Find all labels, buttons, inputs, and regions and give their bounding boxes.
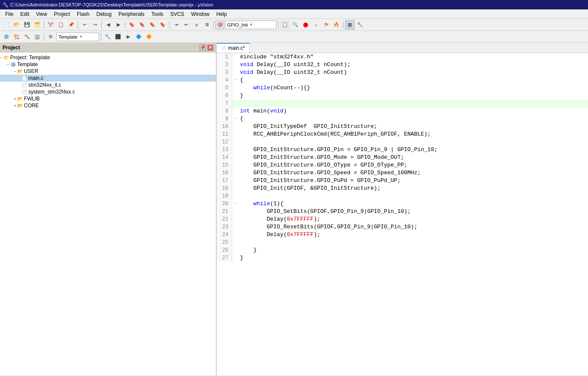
tb-dbg2[interactable]: 🔍	[291, 20, 300, 30]
line-number: 14	[217, 154, 232, 161]
panel-close-button[interactable]: ✕	[207, 45, 213, 51]
tree-item-user[interactable]: − 📂 USER	[0, 68, 216, 75]
tb-cut[interactable]: ✂️	[46, 20, 55, 30]
tb-copy[interactable]: 📋	[56, 20, 66, 30]
tree-label: Template	[17, 61, 38, 67]
tb-open[interactable]: 📂	[12, 20, 21, 30]
tb-outdent[interactable]: ⇤	[182, 20, 191, 30]
line-number: 8	[217, 107, 232, 115]
code-content: while(1){	[238, 200, 588, 208]
tb2-manage[interactable]: ⚙	[46, 32, 55, 42]
menu-flash[interactable]: Flash	[73, 10, 93, 18]
tb-new[interactable]: 📄	[2, 20, 11, 30]
tb-save[interactable]: 💾	[22, 20, 32, 30]
title-icon: 🔧	[3, 2, 9, 8]
tb-i4[interactable]: ≣	[202, 20, 212, 30]
tree-label: CORE	[24, 103, 39, 109]
tb-settings[interactable]: 🔧	[355, 20, 365, 30]
menu-file[interactable]: File	[2, 10, 17, 18]
menu-debug[interactable]: Debug	[93, 10, 115, 18]
fold-gutter[interactable]: −	[232, 115, 238, 123]
code-line-25: 25	[217, 239, 588, 246]
tree-file-icon: 📄	[21, 82, 27, 88]
tb2-tool4[interactable]: 🔷	[134, 32, 143, 42]
fold-gutter	[232, 169, 238, 177]
code-content: GPIO_InitStructure.GPIO_OType = GPIO_OTy…	[238, 161, 588, 169]
tb-layout[interactable]: ▦	[345, 20, 355, 30]
tab-label: main.c*	[228, 45, 245, 51]
tb-dbg3[interactable]: ⬤	[301, 20, 310, 30]
line-number: 16	[217, 169, 232, 177]
code-content: {	[238, 115, 588, 123]
tb-paste[interactable]: 📌	[67, 20, 76, 30]
line-number: 23	[217, 223, 232, 231]
menu-edit[interactable]: Edit	[17, 10, 33, 18]
tree-item-template[interactable]: − ⚙️ Template	[0, 61, 216, 68]
main-layout: Project 📌 ✕ − 📁 Project: Template − ⚙️ T…	[0, 43, 588, 375]
tb-dbg6[interactable]: 🔥	[332, 20, 341, 30]
tree-file-icon: 📄	[21, 76, 27, 81]
tree-label: system_stm32f4xx.c	[28, 89, 75, 95]
fold-gutter	[232, 123, 238, 130]
menu-project[interactable]: Project	[51, 10, 73, 18]
code-content: while(nCount--){}	[238, 84, 588, 92]
tree-item-project-root[interactable]: − 📁 Project: Template	[0, 54, 216, 61]
tb-indent[interactable]: ⇥	[171, 20, 181, 30]
code-content: GPIO_InitStructure.GPIO_Mode = GPIO_Mode…	[238, 154, 588, 161]
fold-gutter	[232, 239, 238, 246]
tab-file-icon: 📄	[221, 46, 226, 51]
menu-window[interactable]: Window	[188, 10, 213, 18]
menu-view[interactable]: View	[33, 10, 51, 18]
tb-redo[interactable]: ↪	[90, 20, 100, 30]
function-dropdown[interactable]: GPIO_Init ▼	[225, 21, 276, 29]
code-content: }	[238, 92, 588, 100]
panel-pin-button[interactable]: 📌	[200, 45, 206, 51]
menu-help[interactable]: Help	[213, 10, 230, 18]
tb-bm4[interactable]: 🔖	[158, 20, 167, 30]
sep1	[44, 21, 44, 29]
panel-header-buttons: 📌 ✕	[200, 45, 213, 51]
target-dropdown[interactable]: Template ▼	[56, 33, 99, 41]
tb2-tool3[interactable]: ▶	[124, 32, 133, 42]
tree-item-stm32f4xx-it[interactable]: 📄 stm32f4xx_it.c	[0, 82, 216, 88]
tree-item-core[interactable]: + 📂 CORE	[0, 102, 216, 109]
tb2-tool2[interactable]: ⬛	[113, 32, 123, 42]
sep4	[125, 21, 125, 29]
tb-nav-fwd[interactable]: ▶	[114, 20, 123, 30]
tb2-btn2[interactable]: 🏗️	[12, 32, 21, 42]
tree-file-icon: 📂	[17, 103, 23, 109]
sep6	[213, 21, 214, 29]
code-editor[interactable]: 1#include "stm32f4xx.h"2void Delay(__IO …	[217, 53, 588, 375]
tb-bm2[interactable]: 🔖	[137, 20, 147, 30]
tb2-tool1[interactable]: 🔧	[103, 32, 112, 42]
menu-peripherals[interactable]: Peripherals	[115, 10, 148, 18]
tree-item-main-c[interactable]: 📄 main.c	[0, 75, 216, 82]
tb2-btn3[interactable]: 🔨	[22, 32, 32, 42]
tb-dbg4[interactable]: ○	[311, 20, 321, 30]
tb-undo[interactable]: ↩	[80, 20, 89, 30]
tb-save-all[interactable]: 🗂️	[33, 20, 42, 30]
code-line-14: 14 GPIO_InitStructure.GPIO_Mode = GPIO_M…	[217, 154, 588, 161]
code-content: #include "stm32f4xx.h"	[238, 53, 588, 61]
menu-tools[interactable]: Tools	[148, 10, 167, 18]
tb-bm3[interactable]: 🔖	[148, 20, 157, 30]
fold-gutter	[232, 215, 238, 223]
tab-main-c[interactable]: 📄 main.c*	[217, 43, 250, 53]
tb2-btn4[interactable]: 🏢	[33, 32, 42, 42]
menu-svcs[interactable]: SVCS	[167, 10, 188, 18]
tb-dbg5[interactable]: ⟳	[321, 20, 331, 30]
fold-gutter	[232, 223, 238, 231]
fold-gutter	[232, 138, 238, 146]
tree-file-icon: 📂	[17, 96, 23, 102]
tree-item-fwlib[interactable]: + 📂 FWLIB	[0, 95, 216, 102]
tb-nav-back[interactable]: ◀	[103, 20, 113, 30]
editor-tabs: 📄 main.c*	[217, 43, 588, 53]
tb2-tool5[interactable]: 🔶	[144, 32, 154, 42]
tb-bookmark[interactable]: 🔖	[127, 20, 136, 30]
tb-i3[interactable]: ≡	[192, 20, 201, 30]
fold-gutter[interactable]: −	[232, 200, 238, 208]
tb-dbg1[interactable]: 📋	[280, 20, 290, 30]
tree-item-system-stm32f4xx[interactable]: 📄 system_stm32f4xx.c	[0, 88, 216, 95]
tb2-btn1[interactable]: ⚙️	[2, 32, 11, 42]
fold-gutter[interactable]: −	[232, 76, 238, 84]
